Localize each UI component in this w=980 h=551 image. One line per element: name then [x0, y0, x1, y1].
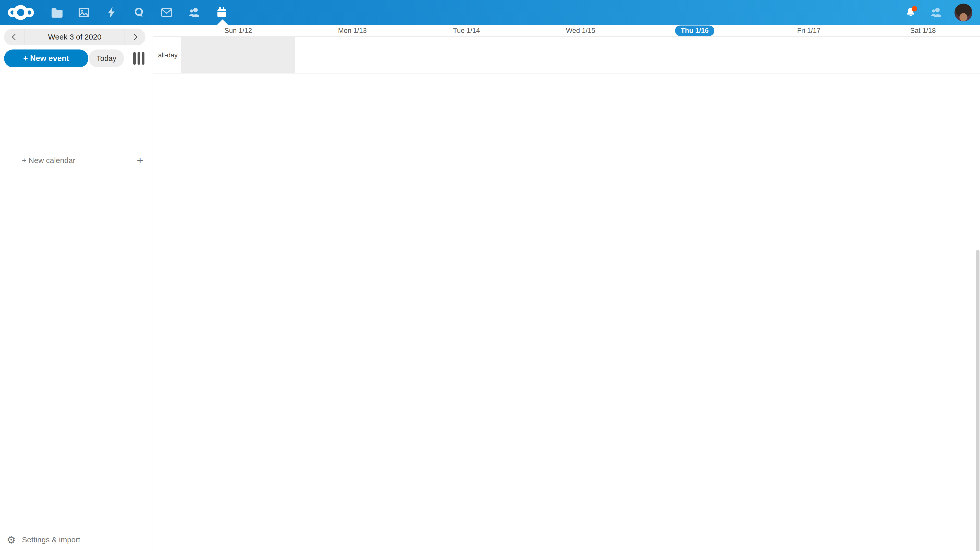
week-label[interactable]: Week 3 of 2020 — [24, 29, 125, 45]
photos-icon[interactable] — [77, 6, 91, 19]
week-view-icon[interactable] — [133, 52, 145, 65]
notification-dot — [912, 6, 917, 11]
nextcloud-calendar-app: { "header": { "logo_icon": "nextcloud-lo… — [0, 0, 980, 551]
new-calendar-button[interactable]: + New calendar + — [0, 149, 153, 171]
day-label: Tue 1/14 — [453, 27, 480, 35]
day-header: Sat 1/18 — [866, 25, 980, 36]
contacts-icon[interactable] — [188, 6, 201, 19]
top-header-bar — [0, 0, 980, 25]
calendar-icon[interactable] — [215, 6, 228, 19]
scrollbar-track — [975, 77, 980, 551]
logo-circle — [25, 8, 34, 17]
mail-icon[interactable] — [160, 6, 173, 19]
day-label: Fri 1/17 — [797, 27, 821, 35]
notifications-bell-icon[interactable] — [904, 5, 918, 20]
day-header: Sun 1/12 — [181, 25, 295, 36]
day-header: Wed 1/15 — [523, 25, 638, 36]
day-header-row: Sun 1/12Mon 1/13Tue 1/14Wed 1/15Thu 1/16… — [153, 25, 980, 37]
talk-icon[interactable] — [132, 6, 146, 19]
user-avatar[interactable] — [955, 3, 972, 21]
day-header: Thu 1/16 — [638, 25, 752, 36]
day-header: Tue 1/14 — [409, 25, 523, 36]
day-label: Mon 1/13 — [338, 27, 367, 35]
settings-import-button[interactable]: ⚙ Settings & import — [0, 533, 153, 546]
files-icon[interactable] — [50, 6, 63, 19]
week-label-text: Week 3 of 2020 — [48, 33, 102, 41]
sidebar: Week 3 of 2020 + New event Today + New c… — [0, 25, 153, 551]
previous-week-button[interactable] — [4, 29, 24, 45]
gear-icon: ⚙ — [6, 533, 16, 546]
calendar-list — [0, 81, 153, 155]
new-calendar-label: + New calendar — [22, 149, 75, 171]
today-button[interactable]: Today — [89, 49, 124, 67]
day-label: Wed 1/15 — [566, 27, 595, 35]
day-header: Fri 1/17 — [752, 25, 866, 36]
new-event-button[interactable]: + New event — [4, 49, 88, 67]
day-header: Mon 1/13 — [295, 25, 409, 36]
allday-row: all-day — [153, 37, 980, 73]
scrollbar-thumb[interactable] — [976, 250, 980, 551]
week-navigation: Week 3 of 2020 — [4, 29, 145, 45]
plus-icon: + — [137, 149, 143, 171]
calendar-week-view: Sun 1/12Mon 1/13Tue 1/14Wed 1/15Thu 1/16… — [153, 25, 980, 551]
time-grid — [153, 77, 980, 551]
contacts-menu-icon[interactable] — [929, 5, 943, 20]
allday-label: all-day — [153, 37, 178, 73]
header-right-icons — [904, 0, 972, 25]
settings-label: Settings & import — [22, 533, 80, 546]
nextcloud-logo[interactable] — [8, 5, 41, 21]
weekend-shade — [181, 37, 295, 73]
day-label: Sat 1/18 — [910, 27, 936, 35]
day-label-today: Thu 1/16 — [675, 25, 714, 36]
day-label: Sun 1/12 — [224, 27, 252, 35]
active-app-pointer — [217, 19, 228, 25]
app-icon-bar — [50, 0, 228, 25]
activity-icon[interactable] — [105, 6, 118, 19]
next-week-button[interactable] — [125, 29, 145, 45]
